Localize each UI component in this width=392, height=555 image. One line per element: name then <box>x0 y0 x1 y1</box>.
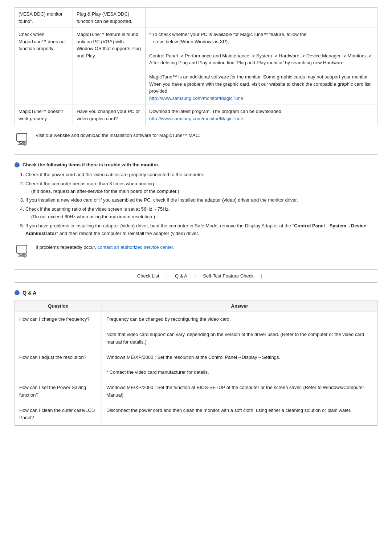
trouble-col3-0 <box>146 8 377 28</box>
qa-col-question: Question <box>15 300 102 312</box>
trouble-col1-1: Check when MagicTune™ does not function … <box>15 28 73 105</box>
svg-text:✓: ✓ <box>24 142 27 146</box>
blue-dot-qa-icon <box>15 290 20 295</box>
checklist-item-4: Check if the scanning ratio of the video… <box>25 206 377 221</box>
checklist-header: Check the following items if there is tr… <box>15 162 377 167</box>
table-row: (VESA DDC) monitor found". Plug & Play (… <box>15 8 377 28</box>
qa-table-header-row: Question Answer <box>15 300 377 312</box>
checklist: Check if the power cord and the video ca… <box>25 171 377 237</box>
qa-header: Q & A <box>15 290 377 296</box>
qa-answer-3: Windows ME/XP/2000 : Set the function at… <box>102 380 377 403</box>
table-row: MagicTune™ doesn't work properly. Have y… <box>15 105 377 125</box>
svg-rect-6 <box>17 245 27 253</box>
qa-col-answer: Answer <box>102 300 377 312</box>
blue-dot-icon <box>15 162 20 167</box>
checklist-item-1: Check if the power cord and the video ca… <box>25 171 377 179</box>
trouble-col3-1: * To check whether your PC is available … <box>146 28 377 105</box>
checklist-title: Check the following items if there is tr… <box>23 162 159 167</box>
qa-table: Question Answer How can I change the fre… <box>15 300 377 426</box>
nav-selftest[interactable]: Self-Test Feature Check <box>196 272 261 280</box>
nav-qa[interactable]: Q & A <box>168 272 195 280</box>
nav-checklist[interactable]: Check List <box>130 272 167 280</box>
qa-question-4: How can I clean the outer case/LCD Panel… <box>15 403 102 426</box>
trouble-col1-0: (VESA DDC) monitor found". <box>15 8 73 28</box>
qa-section: Q & A Question Answer How can I change t… <box>15 290 377 426</box>
qa-question-1: How can I change the frequency? <box>15 312 102 350</box>
qa-row-2: How can I adjust the resolution? Windows… <box>15 350 377 380</box>
qa-answer-4: Disconnect the power cord and then clean… <box>102 403 377 426</box>
qa-answer-1: Frequency can be changed by reconfigurin… <box>102 312 377 350</box>
trouble-col2-0: Plug & Play (VESA DDC) function can be s… <box>73 8 146 28</box>
magictune-link-2[interactable]: http://www.samsung.com/monitor/MagicTune… <box>149 116 245 121</box>
qa-row-3: How can I set the Power Saving function?… <box>15 380 377 403</box>
qa-row-1: How can I change the frequency? Frequenc… <box>15 312 377 350</box>
svg-text:✓: ✓ <box>24 254 27 258</box>
notice-service-center: ✓ If problems repeatedly occur, contact … <box>15 244 377 260</box>
info-icon-2: ✓ <box>15 244 31 260</box>
info-icon-1: ✓ <box>15 132 31 149</box>
trouble-col2-1: MagicTune™ feature is found only on PC (… <box>73 28 146 105</box>
trouble-col3-2: Download the latest program. The program… <box>146 105 377 125</box>
service-center-link[interactable]: contact an authorized service center. <box>98 244 175 250</box>
notice1-text: Visit our website and download the insta… <box>36 132 200 139</box>
notice2-text: If problems repeatedly occur, contact an… <box>36 244 174 251</box>
table-row: Check when MagicTune™ does not function … <box>15 28 377 105</box>
nav-bar: Check List | Q & A | Self-Test Feature C… <box>15 269 377 283</box>
svg-rect-0 <box>17 133 27 141</box>
qa-section-title: Q & A <box>23 290 36 296</box>
checklist-item-5: If you have problems in installing the a… <box>25 222 377 238</box>
trouble-col2-2: Have you changed your PC or video graphi… <box>73 105 146 125</box>
trouble-col1-2: MagicTune™ doesn't work properly. <box>15 105 73 125</box>
qa-question-3: How can I set the Power Saving function? <box>15 380 102 403</box>
checklist-item-2: Check if the computer beeps more than 3 … <box>25 180 377 195</box>
notice-magictune-mac: ✓ Visit our website and download the ins… <box>15 132 377 155</box>
qa-question-2: How can I adjust the resolution? <box>15 350 102 380</box>
qa-answer-2: Windows ME/XP/2000 : Set the resolution … <box>102 350 377 380</box>
magictune-link-1[interactable]: http://www.samsung.com/monitor/MagicTune <box>149 96 243 101</box>
qa-row-4: How can I clean the outer case/LCD Panel… <box>15 403 377 426</box>
checklist-item-3: If you installed a new video card or if … <box>25 197 377 204</box>
trouble-table: (VESA DDC) monitor found". Plug & Play (… <box>15 7 377 125</box>
